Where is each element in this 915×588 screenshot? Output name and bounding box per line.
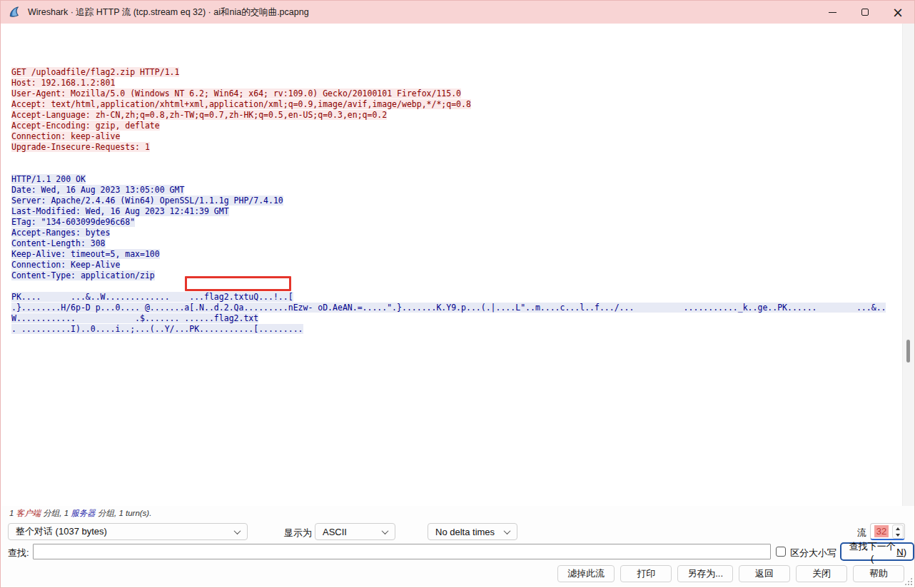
stream-line: Upgrade-Insecure-Requests: 1 xyxy=(11,142,901,153)
stream-line: Host: 192.168.1.2:801 xyxy=(11,78,901,88)
window-title: Wireshark · 追踪 HTTP 流 (tcp.stream eq 32)… xyxy=(28,6,309,19)
stream-line: GET /uploadfile/flag2.zip HTTP/1.1 xyxy=(11,67,901,78)
stream-line: Accept-Ranges: bytes xyxy=(11,228,901,238)
stream-line: Date: Wed, 16 Aug 2023 13:05:00 GMT xyxy=(11,185,901,196)
maximize-icon xyxy=(861,9,869,16)
stream-line: Keep-Alive: timeout=5, max=100 xyxy=(11,249,901,260)
annotation-red-box xyxy=(185,276,291,291)
follow-http-stream-window: Wireshark · 追踪 HTTP 流 (tcp.stream eq 32)… xyxy=(0,0,915,588)
minimize-button[interactable] xyxy=(816,1,849,24)
conversation-select[interactable]: 整个对话 (1037 bytes) xyxy=(8,523,248,540)
case-sensitive-label: 区分大小写 xyxy=(790,547,836,559)
help-button[interactable]: 帮助 xyxy=(853,565,904,582)
stream-line: Content-Type: application/zip xyxy=(11,270,901,281)
case-sensitive-checkbox[interactable] xyxy=(776,547,786,557)
find-input[interactable] xyxy=(33,544,771,559)
display-format-select[interactable]: ASCII xyxy=(315,523,395,540)
chevron-down-icon xyxy=(504,527,511,534)
titlebar: Wireshark · 追踪 HTTP 流 (tcp.stream eq 32)… xyxy=(1,1,914,24)
spin-down-button[interactable] xyxy=(893,532,903,538)
close-icon: × xyxy=(892,6,904,19)
spin-up-button[interactable] xyxy=(893,525,903,532)
chevron-down-icon xyxy=(382,527,389,534)
save-as-button[interactable]: 另存为... xyxy=(677,565,733,582)
stream-line: . ..........I)..0....i..;...(..Y/...PK..… xyxy=(11,324,901,335)
delta-times-select[interactable]: No delta times xyxy=(428,523,517,540)
stream-line: HTTP/1.1 200 OK xyxy=(11,174,901,185)
close-dialog-button[interactable]: 关闭 xyxy=(796,565,847,582)
find-next-button[interactable]: 查找下一个(N) xyxy=(840,542,914,561)
stream-line: Accept-Language: zh-CN,zh;q=0.8,zh-TW;q=… xyxy=(11,110,901,121)
stream-label: 流 xyxy=(857,527,866,539)
client-label: 客户端 xyxy=(16,509,41,517)
vertical-scrollbar[interactable] xyxy=(902,24,914,506)
stream-content-area[interactable]: GET /uploadfile/flag2.zip HTTP/1.1Host: … xyxy=(1,24,914,506)
filter-out-stream-button[interactable]: 滤掉此流 xyxy=(557,565,615,582)
stream-line: Accept: text/html,application/xhtml+xml,… xyxy=(11,99,901,110)
stream-number-spinbox[interactable]: 32 xyxy=(870,523,905,540)
scrollbar-thumb[interactable] xyxy=(906,340,910,363)
stream-line: .}........H/6p-D p...0.... @.......a[.N.… xyxy=(11,303,901,313)
stream-line: Accept-Encoding: gzip, deflate xyxy=(11,121,901,131)
stream-line: Last-Modified: Wed, 16 Aug 2023 12:41:39… xyxy=(11,206,901,217)
up-arrow-icon xyxy=(896,527,900,530)
stream-line xyxy=(11,281,901,292)
print-button[interactable]: 打印 xyxy=(620,565,672,582)
stream-line: W............ .$....... ......flag2.txt xyxy=(11,313,901,324)
close-button[interactable]: × xyxy=(881,1,914,24)
back-button[interactable]: 返回 xyxy=(739,565,790,582)
window-controls: × xyxy=(816,1,914,24)
chevron-down-icon xyxy=(234,527,241,534)
stream-line xyxy=(11,153,901,163)
wireshark-icon xyxy=(9,6,21,19)
stream-line: ETag: "134-603099de96c68" xyxy=(11,217,901,228)
down-arrow-icon xyxy=(896,534,900,537)
maximize-button[interactable] xyxy=(849,1,881,24)
stream-text[interactable]: GET /uploadfile/flag2.zip HTTP/1.1Host: … xyxy=(11,35,901,335)
stream-line: User-Agent: Mozilla/5.0 (Windows NT 6.2;… xyxy=(11,88,901,99)
stream-line xyxy=(11,163,901,174)
resize-grip[interactable] xyxy=(904,577,912,585)
find-label: 查找: xyxy=(8,547,29,559)
server-count: 1 xyxy=(64,509,71,517)
show-as-label: 显示为 xyxy=(284,527,312,539)
stream-line: Content-Length: 308 xyxy=(11,238,901,249)
stream-line: Connection: Keep-Alive xyxy=(11,260,901,270)
stream-number-value[interactable]: 32 xyxy=(874,525,889,537)
minimize-icon xyxy=(829,12,836,13)
server-label: 服务器 xyxy=(71,509,96,517)
stream-line: Server: Apache/2.4.46 (Win64) OpenSSL/1.… xyxy=(11,196,901,206)
client-count: 1 xyxy=(9,509,16,517)
turns-label: 1 turn(s). xyxy=(118,509,151,517)
dialog-button-row: 滤掉此流打印另存为...返回关闭帮助 xyxy=(557,565,904,582)
stream-stats: 1 客户端 分组, 1 服务器 分组, 1 turn(s). xyxy=(9,508,151,519)
stream-line: Connection: keep-alive xyxy=(11,131,901,142)
stream-line: PK.... ...&..W............. ...flag2.txt… xyxy=(11,292,901,303)
